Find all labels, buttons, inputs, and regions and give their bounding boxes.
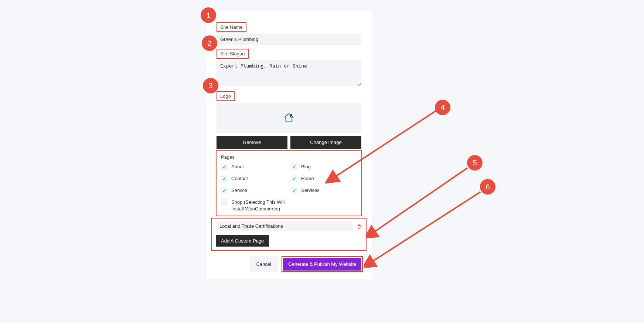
remove-logo-button[interactable]: Remove — [217, 136, 287, 149]
annotation-3: 3 — [203, 78, 218, 93]
page-label: Services — [301, 187, 320, 194]
delete-custom-page-button[interactable] — [356, 223, 362, 229]
page-label: Home — [301, 175, 314, 182]
page-item-about[interactable]: About — [221, 164, 287, 170]
annotation-4: 4 — [435, 100, 450, 115]
page-label: Blog — [301, 164, 311, 170]
page-item-service[interactable]: Service — [221, 187, 287, 194]
svg-line-4 — [371, 192, 480, 262]
custom-page-input[interactable] — [216, 221, 352, 231]
annotation-1: 1 — [201, 7, 216, 23]
page-label: About — [231, 164, 244, 170]
pages-label: Pages — [221, 154, 357, 160]
site-name-label: Site Name — [219, 24, 244, 31]
svg-line-3 — [373, 168, 467, 233]
form-panel: Site Name Site Slogan Logo Remove Change… — [206, 10, 372, 279]
checkbox-service[interactable] — [221, 187, 228, 194]
site-slogan-label: Site Slogan — [219, 50, 246, 57]
checkbox-home[interactable] — [291, 175, 297, 182]
site-slogan-label-box: Site Slogan — [217, 49, 249, 59]
annotation-2: 2 — [202, 35, 217, 51]
page-item-contact[interactable]: Contact — [221, 175, 287, 182]
site-slogan-input[interactable] — [217, 60, 361, 86]
logo-preview — [217, 103, 361, 133]
checkbox-services[interactable] — [291, 187, 297, 194]
page-item-services[interactable]: Services — [291, 187, 357, 194]
cancel-button[interactable]: Cancel — [250, 256, 278, 272]
checkbox-blog[interactable] — [291, 164, 297, 170]
page-label: Service — [231, 187, 247, 194]
site-name-label-box: Site Name — [217, 22, 246, 32]
trash-icon — [357, 224, 362, 229]
annotation-arrow-5 — [366, 164, 473, 238]
page-item-shop[interactable]: Shop (Selecting This Will Install WooCom… — [221, 199, 287, 212]
checkbox-about[interactable] — [221, 164, 228, 170]
generate-publish-button[interactable]: Generate & Publish My Website — [283, 258, 361, 271]
page-item-home[interactable]: Home — [291, 175, 357, 182]
page-label: Shop (Selecting This Will Install WooCom… — [231, 199, 287, 212]
page-item-blog[interactable]: Blog — [291, 164, 357, 170]
logo-label-box: Logo — [217, 91, 235, 101]
logo-label: Logo — [219, 93, 232, 100]
annotation-6: 6 — [480, 179, 495, 195]
page-label: Contact — [231, 175, 248, 182]
pages-box: Pages About Blog Contact Home Service — [216, 150, 362, 216]
annotation-arrow-6 — [364, 188, 486, 268]
change-image-button[interactable]: Change Image — [290, 136, 361, 149]
checkbox-contact[interactable] — [221, 175, 228, 182]
custom-page-box: Add A Custom Page — [211, 218, 367, 251]
site-name-input[interactable] — [217, 34, 361, 45]
annotation-5: 5 — [467, 155, 483, 171]
checkbox-shop[interactable] — [221, 199, 228, 206]
add-custom-page-button[interactable]: Add A Custom Page — [216, 235, 269, 247]
house-wrench-icon — [283, 112, 294, 123]
generate-button-highlight: Generate & Publish My Website — [282, 256, 363, 272]
